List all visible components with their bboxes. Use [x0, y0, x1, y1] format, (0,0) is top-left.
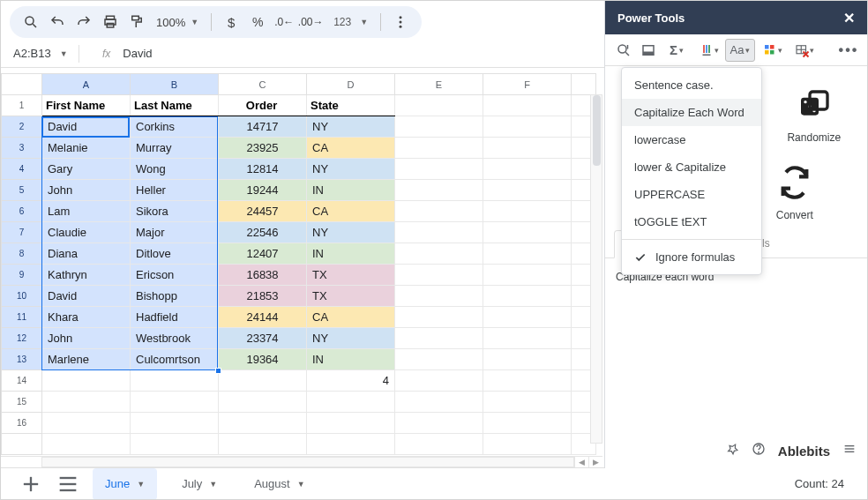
- col-header-b[interactable]: B: [131, 74, 219, 95]
- decrease-decimal-icon[interactable]: .0←: [272, 10, 296, 34]
- cell[interactable]: John: [42, 328, 131, 349]
- row-header[interactable]: [2, 434, 42, 455]
- col-header-d[interactable]: D: [307, 74, 395, 95]
- search-icon[interactable]: [19, 10, 43, 34]
- sheet-tab-june[interactable]: June▼: [93, 468, 157, 500]
- cell[interactable]: [395, 349, 483, 370]
- row-header[interactable]: 7: [2, 222, 42, 243]
- cell[interactable]: [483, 159, 572, 180]
- cell[interactable]: [483, 243, 572, 265]
- row-header[interactable]: 15: [2, 392, 42, 413]
- formula-bar[interactable]: David: [123, 47, 152, 60]
- currency-icon[interactable]: $: [219, 10, 243, 34]
- menu-icon[interactable]: [842, 442, 857, 459]
- cell[interactable]: CA: [307, 201, 395, 222]
- cell[interactable]: [483, 392, 572, 413]
- cell[interactable]: [307, 434, 395, 455]
- smart-toolbar-icon[interactable]: [612, 39, 635, 62]
- select-all-cell[interactable]: [2, 74, 42, 95]
- cell[interactable]: [131, 434, 219, 455]
- name-box[interactable]: A2:B13▼: [13, 47, 73, 60]
- sheets-icon[interactable]: [637, 39, 660, 62]
- col-header-extra[interactable]: [572, 74, 596, 95]
- row-header[interactable]: 11: [2, 307, 42, 328]
- cell[interactable]: 23925: [219, 138, 307, 159]
- sheet-tab-august[interactable]: August▼: [242, 468, 317, 500]
- cell[interactable]: Ericson: [131, 265, 219, 286]
- cell[interactable]: Ditlove: [131, 243, 219, 265]
- cell[interactable]: [42, 434, 131, 455]
- menu-item-uppercase[interactable]: UPPERCASE: [622, 181, 761, 208]
- cell[interactable]: NY: [307, 328, 395, 349]
- cell[interactable]: 23374: [219, 328, 307, 349]
- cell[interactable]: [219, 392, 307, 413]
- menu-item-lowercase[interactable]: lowercase: [622, 126, 761, 153]
- redo-icon[interactable]: [71, 10, 96, 34]
- cell[interactable]: [42, 392, 131, 413]
- cell[interactable]: NY: [307, 116, 395, 138]
- cell[interactable]: [395, 370, 483, 392]
- cell[interactable]: [483, 434, 572, 455]
- row-header[interactable]: 6: [2, 201, 42, 222]
- cell[interactable]: [483, 201, 572, 222]
- cell-c1[interactable]: Order: [219, 95, 307, 116]
- change-case-dropdown[interactable]: Aa▾: [725, 39, 755, 62]
- cell[interactable]: 24457: [219, 201, 307, 222]
- sigma-dropdown[interactable]: Σ▾: [662, 39, 692, 62]
- cell[interactable]: [483, 138, 572, 159]
- cell[interactable]: NY: [307, 159, 395, 180]
- cell[interactable]: Kathryn: [42, 265, 131, 286]
- col-header-a[interactable]: A: [42, 74, 131, 95]
- cell[interactable]: [483, 265, 572, 286]
- text-color-dropdown[interactable]: ▾: [693, 39, 723, 62]
- spreadsheet-grid[interactable]: A B C D E F 1 First Name Last Name Order…: [1, 73, 596, 455]
- cell[interactable]: Bishopp: [131, 286, 219, 307]
- cell[interactable]: Murray: [131, 138, 219, 159]
- cell[interactable]: 19364: [219, 349, 307, 370]
- paint-format-icon[interactable]: [124, 10, 149, 34]
- col-header-c[interactable]: C: [219, 74, 307, 95]
- cell[interactable]: 19244: [219, 180, 307, 201]
- cell[interactable]: Gary: [42, 159, 131, 180]
- scroll-left-icon[interactable]: ◀: [574, 457, 588, 467]
- cell[interactable]: [395, 328, 483, 349]
- print-icon[interactable]: [98, 10, 123, 34]
- cell[interactable]: [395, 222, 483, 243]
- row-header[interactable]: 8: [2, 243, 42, 265]
- cell[interactable]: [307, 392, 395, 413]
- action-convert[interactable]: Convert: [757, 165, 833, 221]
- row-header[interactable]: 5: [2, 180, 42, 201]
- percent-icon[interactable]: %: [245, 10, 270, 34]
- menu-item-ignore-formulas[interactable]: Ignore formulas: [622, 243, 761, 271]
- cell[interactable]: [395, 95, 483, 116]
- cell[interactable]: Khara: [42, 307, 131, 328]
- cell[interactable]: [395, 116, 483, 138]
- number-format-select[interactable]: 123▼: [325, 16, 373, 28]
- menu-item-lower-capitalize[interactable]: lower & Capitalize: [622, 153, 761, 181]
- cell-d1[interactable]: State: [307, 95, 395, 116]
- cell[interactable]: [483, 95, 572, 116]
- cell[interactable]: [395, 307, 483, 328]
- cell[interactable]: [395, 243, 483, 265]
- row-header[interactable]: 14: [2, 370, 42, 392]
- cell[interactable]: [483, 413, 572, 434]
- cell[interactable]: NY: [307, 222, 395, 243]
- cell[interactable]: [395, 201, 483, 222]
- cell[interactable]: David: [42, 286, 131, 307]
- row-header[interactable]: 12: [2, 328, 42, 349]
- cell[interactable]: IN: [307, 349, 395, 370]
- cell[interactable]: [483, 328, 572, 349]
- cell[interactable]: [131, 413, 219, 434]
- cell[interactable]: David: [42, 116, 131, 138]
- cell[interactable]: [219, 370, 307, 392]
- cell[interactable]: [395, 392, 483, 413]
- vertical-scrollbar[interactable]: [590, 94, 602, 444]
- action-randomize[interactable]: Randomize: [776, 87, 852, 144]
- cell[interactable]: [483, 286, 572, 307]
- clear-color-dropdown[interactable]: ▾: [789, 39, 819, 62]
- cell-b1[interactable]: Last Name: [131, 95, 219, 116]
- cell[interactable]: CA: [307, 138, 395, 159]
- fill-handle[interactable]: [215, 368, 221, 374]
- help-icon[interactable]: [752, 442, 766, 459]
- cell[interactable]: [307, 413, 395, 434]
